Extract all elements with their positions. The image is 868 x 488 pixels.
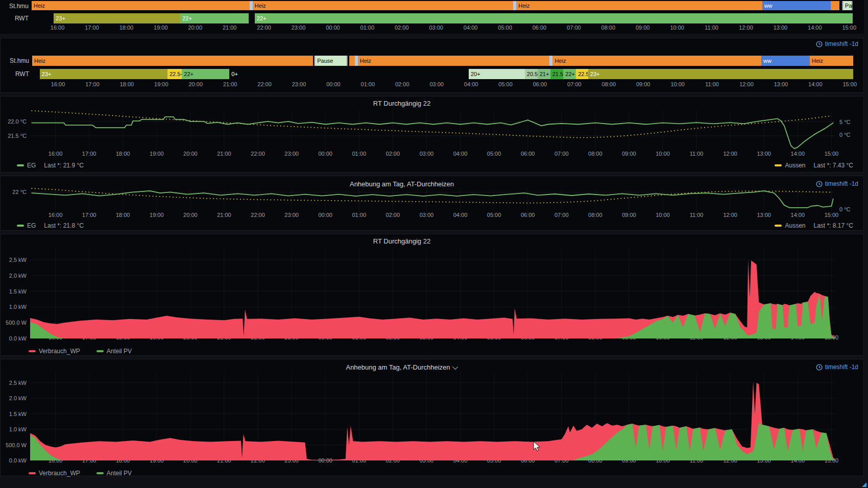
legend-item-anteil-pv[interactable]: Anteil PV: [97, 348, 132, 355]
y-axis-label-left: 0.0 kW: [9, 335, 27, 341]
legend-item-aussen[interactable]: Aussen Last *: 7.43 °C: [775, 162, 853, 169]
time-axis-label: 10:00: [656, 212, 670, 218]
time-axis-label: 02:00: [386, 151, 400, 157]
timeline-segment[interactable]: 21+: [538, 69, 550, 79]
timeshift-link[interactable]: timeshift -1d: [816, 40, 858, 47]
timeline-segment[interactable]: ww: [762, 1, 831, 10]
timeline-segment[interactable]: 20.5+: [525, 69, 538, 79]
timeline-segment-label: Heiz: [253, 1, 266, 10]
time-axis-label: 23:00: [284, 151, 299, 157]
panel-title[interactable]: Anhebung am Tag, AT-Durchheizen: [1, 363, 803, 371]
time-axis-label: 09:00: [636, 25, 650, 31]
timeline-segment[interactable]: 22+: [255, 13, 853, 23]
timeline-segment[interactable]: Pause: [842, 1, 853, 10]
timeline-segment[interactable]: Heiz: [32, 1, 250, 10]
timeline-segment[interactable]: 23+: [40, 69, 167, 79]
timeline-segment-label: 22+: [255, 13, 267, 23]
legend-item-anteil-pv[interactable]: Anteil PV: [97, 470, 132, 477]
timeline-segment[interactable]: Heiz: [810, 56, 853, 66]
timeline-segment[interactable]: ww: [761, 56, 810, 66]
time-axis-label: 06:00: [533, 81, 547, 87]
y-axis-label-left: 21.5 °C: [8, 133, 27, 139]
timeline-segment[interactable]: 22.5+: [576, 69, 588, 79]
time-axis-label: 09:00: [622, 151, 636, 157]
time-axis-label: 23:00: [292, 25, 306, 31]
timeline-row-rwt[interactable]: 23+22.5+22+0+20+20.5+21+21.5+22+22.5+23+: [32, 69, 853, 79]
timeline-segment[interactable]: 23+: [588, 69, 853, 79]
resize-handle[interactable]: [862, 482, 866, 487]
timeline-segment[interactable]: Heiz: [516, 1, 762, 10]
legend-item-aussen[interactable]: Aussen Last *: 8.17 °C: [775, 222, 853, 229]
series-eg-line: [32, 191, 833, 208]
y-axis-label-left: 500.0 W: [6, 442, 27, 448]
time-axis-label: 12:00: [723, 151, 737, 157]
time-axis-label: 07:00: [567, 81, 582, 87]
time-axis-label: 13:00: [757, 151, 771, 157]
legend-swatch-yellow: [775, 225, 782, 227]
time-axis-label: 18:00: [116, 151, 130, 157]
time-axis-label: 08:00: [588, 212, 602, 218]
area-chart-plot[interactable]: 16:0017:0018:0019:0020:0021:0022:0023:00…: [1, 234, 864, 356]
timeline-segment[interactable]: [831, 1, 840, 10]
timeline-segment[interactable]: Heiz: [253, 1, 513, 10]
timeline-segment[interactable]: 22.5+: [167, 69, 182, 79]
grafana-dashboard: St.hmu HeizHeizHeizwwPause RWT 23+22+22+…: [0, 0, 868, 488]
timeline-segment-label: ww: [761, 56, 771, 66]
row-label-sthmu: St.hmu: [1, 56, 29, 66]
legend-series-name: Anteil PV: [107, 348, 132, 355]
timeshift-label: timeshift -1d: [825, 40, 858, 47]
timeline-segment[interactable]: Heiz: [32, 56, 313, 66]
timeline-segment[interactable]: [349, 56, 355, 66]
timeline-segment[interactable]: 0+: [229, 69, 469, 79]
timeshift-label: timeshift -1d: [825, 363, 858, 371]
y-axis-label-left: 1.5 kW: [9, 288, 27, 295]
timeline-segment[interactable]: 22+: [180, 13, 248, 23]
time-axis-label: 05:00: [498, 25, 512, 31]
legend-item-eg[interactable]: EG Last *: 21.9 °C: [17, 162, 84, 169]
timeline-segment[interactable]: 23+: [54, 13, 180, 23]
chevron-down-icon: [452, 364, 457, 370]
time-axis-label: 16:00: [51, 81, 65, 87]
timeline-segment[interactable]: Pause: [314, 56, 347, 66]
line-chart-plot[interactable]: 16:0017:0018:0019:0020:0021:0022:0023:00…: [1, 96, 864, 173]
timeline-segment[interactable]: 20+: [469, 69, 525, 79]
time-axis-label: 21:00: [223, 81, 237, 87]
time-axis-label: 13:00: [757, 212, 771, 218]
panel-title[interactable]: Anhebung am Tag, AT-Durchheizen: [1, 180, 803, 188]
timeline-segment[interactable]: 21.5+: [550, 69, 564, 79]
legend-item-verbrauch-wp[interactable]: Verbrauch_WP: [29, 348, 80, 355]
legend-series-name: Aussen: [785, 162, 805, 169]
legend-swatch-green: [17, 225, 24, 227]
timeline-segment[interactable]: 22+: [563, 69, 576, 79]
timeline-segment-label: 23+: [54, 13, 65, 23]
timeline-row-rwt[interactable]: 23+22+22+: [32, 13, 853, 23]
timeline-row-sthmu[interactable]: HeizHeizHeizwwPause: [32, 1, 853, 10]
area-chart-plot[interactable]: 16:0017:0018:0019:0020:0021:0022:0023:00…: [1, 359, 864, 477]
time-axis-label: 03:00: [429, 25, 443, 31]
timeline-row-sthmu[interactable]: HeizPauseHeizHeizwwHeiz: [32, 56, 853, 66]
time-axis-label: 16:00: [49, 212, 63, 218]
timeshift-link[interactable]: timeshift -1d: [816, 363, 858, 371]
time-axis-label: 04:00: [464, 25, 478, 31]
timeshift-link[interactable]: timeshift -1d: [816, 180, 858, 187]
time-axis-label: 06:00: [533, 25, 547, 31]
legend-item-eg[interactable]: EG Last *: 21.8 °C: [17, 222, 84, 229]
legend-item-verbrauch-wp[interactable]: Verbrauch_WP: [29, 470, 80, 477]
timeline-segment[interactable]: Heiz: [358, 56, 550, 66]
time-axis-label: 10:00: [670, 81, 685, 87]
panel-title[interactable]: RT Durchgängig 22: [1, 100, 803, 107]
timeline-segment[interactable]: 22+: [182, 69, 229, 79]
time-axis-label: 20:00: [183, 151, 198, 157]
panel-title[interactable]: RT Durchgängig 22: [1, 237, 803, 245]
time-axis-label: 04:00: [453, 212, 468, 218]
legend-series-name: EG: [27, 162, 36, 169]
time-axis-label: 15:00: [825, 212, 839, 218]
timeline-segment-label: 22+: [563, 69, 575, 79]
time-axis-label: 14:00: [808, 25, 822, 31]
legend-series-value: Last *: 21.8 °C: [44, 222, 84, 229]
time-axis-label: 01:00: [352, 151, 367, 157]
timeline-segment[interactable]: Heiz: [552, 56, 761, 66]
time-axis-label: 02:00: [395, 25, 409, 31]
timeline-segment-label: 22+: [180, 13, 192, 23]
legend-series-value: Last *: 7.43 °C: [813, 162, 853, 169]
